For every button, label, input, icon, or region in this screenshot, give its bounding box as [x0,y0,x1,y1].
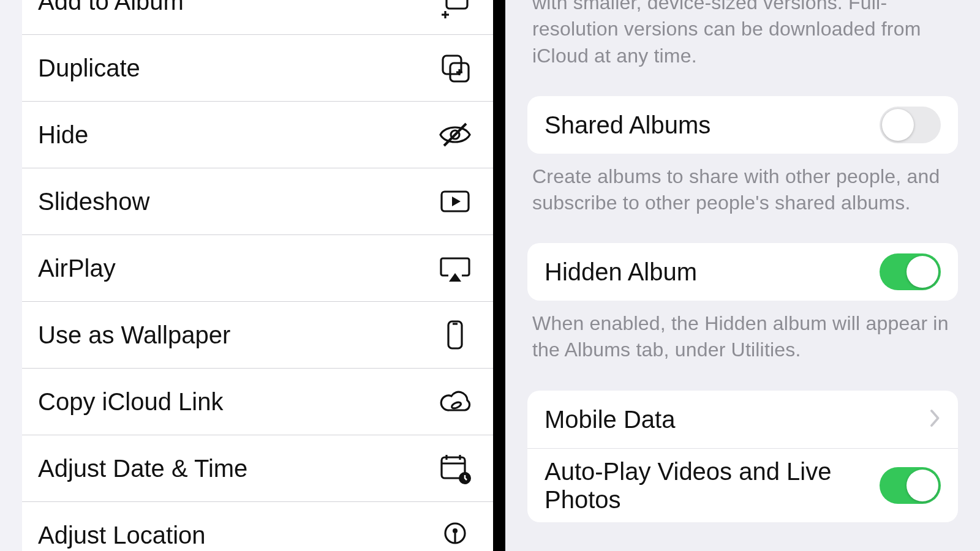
hidden-album-toggle[interactable] [880,253,941,290]
action-label: AirPlay [38,255,116,282]
svg-rect-0 [447,0,467,9]
calendar-clock-icon [438,451,472,485]
action-use-as-wallpaper[interactable]: Use as Wallpaper [22,302,493,369]
autoplay-toggle[interactable] [880,467,941,504]
storage-footer-text: photos and videos are automatically repl… [527,0,958,69]
phone-icon [438,318,472,352]
action-label: Hide [38,121,88,149]
autoplay-label: Auto-Play Videos and Live Photos [545,457,863,514]
airplay-icon [438,251,472,285]
mobile-data-row[interactable]: Mobile Data [527,391,958,448]
svg-point-12 [451,401,462,410]
chevron-right-icon [930,405,941,433]
hidden-album-row[interactable]: Hidden Album [527,243,958,301]
hidden-album-footer: When enabled, the Hidden album will appe… [527,310,958,363]
autoplay-row[interactable]: Auto-Play Videos and Live Photos [527,448,958,522]
rect-plus-icon [438,0,472,18]
action-label: Copy iCloud Link [38,388,223,416]
play-rect-icon [438,184,472,219]
action-copy-icloud-link[interactable]: Copy iCloud Link [22,369,493,435]
eye-slash-icon [438,118,472,152]
shared-albums-footer: Create albums to share with other people… [527,163,958,216]
action-menu-pane: Add to Album Duplicate Hide [0,0,493,551]
action-adjust-location[interactable]: Adjust Location [22,502,493,551]
mobile-data-label: Mobile Data [545,405,675,433]
action-add-to-album[interactable]: Add to Album [22,0,493,35]
action-menu: Add to Album Duplicate Hide [22,0,493,551]
hidden-album-label: Hidden Album [545,258,697,286]
playback-card: Mobile Data Auto-Play Videos and Live Ph… [527,391,958,522]
action-label: Adjust Location [38,522,206,549]
photos-settings-pane: photos and videos are automatically repl… [493,0,980,551]
action-adjust-date-time[interactable]: Adjust Date & Time [22,435,493,502]
cloud-link-icon [438,384,472,419]
svg-rect-10 [448,321,462,348]
action-label: Duplicate [38,54,140,82]
action-label: Add to Album [38,0,184,15]
action-label: Use as Wallpaper [38,321,230,349]
action-label: Slideshow [38,188,149,216]
duplicate-icon [438,51,472,85]
shared-albums-label: Shared Albums [545,111,710,139]
action-slideshow[interactable]: Slideshow [22,168,493,235]
action-duplicate[interactable]: Duplicate [22,35,493,102]
action-hide[interactable]: Hide [22,102,493,168]
action-airplay[interactable]: AirPlay [22,235,493,302]
hidden-album-card: Hidden Album [527,243,958,301]
action-label: Adjust Date & Time [38,455,247,482]
shared-albums-toggle[interactable] [880,107,941,143]
shared-albums-card: Shared Albums [527,96,958,154]
pin-circle-icon [438,519,472,552]
shared-albums-row[interactable]: Shared Albums [527,96,958,154]
svg-point-19 [453,528,458,533]
